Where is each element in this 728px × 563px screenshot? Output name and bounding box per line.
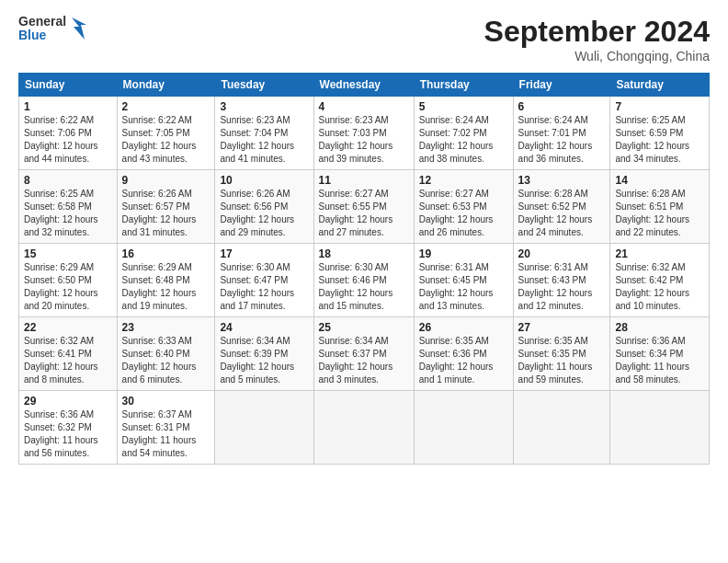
day-info: Sunrise: 6:25 AM Sunset: 6:58 PM Dayligh… bbox=[24, 188, 112, 239]
calendar-cell: 19 Sunrise: 6:31 AM Sunset: 6:45 PM Dayl… bbox=[414, 244, 513, 317]
day-number: 11 bbox=[319, 174, 409, 187]
day-info: Sunrise: 6:29 AM Sunset: 6:50 PM Dayligh… bbox=[24, 261, 112, 313]
calendar-cell bbox=[215, 391, 313, 465]
day-number: 15 bbox=[24, 247, 112, 260]
day-number: 23 bbox=[122, 321, 210, 334]
day-info: Sunrise: 6:23 AM Sunset: 7:04 PM Dayligh… bbox=[220, 114, 308, 166]
col-monday: Monday bbox=[117, 74, 215, 97]
calendar-cell: 14 Sunrise: 6:28 AM Sunset: 6:51 PM Dayl… bbox=[610, 170, 710, 244]
day-info: Sunrise: 6:23 AM Sunset: 7:03 PM Dayligh… bbox=[319, 114, 409, 166]
day-info: Sunrise: 6:32 AM Sunset: 6:42 PM Dayligh… bbox=[615, 261, 704, 313]
calendar-cell: 3 Sunrise: 6:23 AM Sunset: 7:04 PM Dayli… bbox=[215, 97, 313, 170]
day-number: 27 bbox=[518, 321, 606, 334]
calendar-cell: 26 Sunrise: 6:35 AM Sunset: 6:36 PM Dayl… bbox=[414, 317, 513, 391]
day-info: Sunrise: 6:31 AM Sunset: 6:45 PM Dayligh… bbox=[419, 261, 508, 313]
day-info: Sunrise: 6:26 AM Sunset: 6:57 PM Dayligh… bbox=[122, 188, 210, 239]
calendar-cell: 30 Sunrise: 6:37 AM Sunset: 6:31 PM Dayl… bbox=[117, 391, 215, 465]
day-info: Sunrise: 6:34 AM Sunset: 6:37 PM Dayligh… bbox=[319, 335, 409, 386]
day-info: Sunrise: 6:35 AM Sunset: 6:36 PM Dayligh… bbox=[419, 335, 508, 386]
day-number: 24 bbox=[220, 321, 308, 334]
day-info: Sunrise: 6:37 AM Sunset: 6:31 PM Dayligh… bbox=[122, 408, 210, 460]
calendar-cell: 22 Sunrise: 6:32 AM Sunset: 6:41 PM Dayl… bbox=[19, 317, 118, 391]
day-number: 29 bbox=[24, 395, 112, 408]
day-info: Sunrise: 6:29 AM Sunset: 6:48 PM Dayligh… bbox=[122, 261, 210, 313]
calendar-cell: 23 Sunrise: 6:33 AM Sunset: 6:40 PM Dayl… bbox=[117, 317, 215, 391]
calendar-cell: 24 Sunrise: 6:34 AM Sunset: 6:39 PM Dayl… bbox=[215, 317, 313, 391]
day-info: Sunrise: 6:28 AM Sunset: 6:52 PM Dayligh… bbox=[518, 188, 606, 239]
day-info: Sunrise: 6:22 AM Sunset: 7:05 PM Dayligh… bbox=[122, 114, 210, 166]
day-number: 16 bbox=[122, 247, 210, 260]
calendar-cell: 10 Sunrise: 6:26 AM Sunset: 6:56 PM Dayl… bbox=[215, 170, 313, 244]
day-info: Sunrise: 6:30 AM Sunset: 6:47 PM Dayligh… bbox=[220, 261, 308, 313]
calendar-cell: 13 Sunrise: 6:28 AM Sunset: 6:52 PM Dayl… bbox=[513, 170, 610, 244]
calendar-cell: 27 Sunrise: 6:35 AM Sunset: 6:35 PM Dayl… bbox=[513, 317, 610, 391]
calendar-cell: 8 Sunrise: 6:25 AM Sunset: 6:58 PM Dayli… bbox=[19, 170, 118, 244]
calendar-cell: 25 Sunrise: 6:34 AM Sunset: 6:37 PM Dayl… bbox=[313, 317, 414, 391]
day-number: 21 bbox=[615, 247, 704, 260]
day-number: 14 bbox=[615, 174, 704, 187]
calendar-cell: 16 Sunrise: 6:29 AM Sunset: 6:48 PM Dayl… bbox=[117, 244, 215, 317]
day-info: Sunrise: 6:36 AM Sunset: 6:32 PM Dayligh… bbox=[24, 408, 112, 460]
day-info: Sunrise: 6:36 AM Sunset: 6:34 PM Dayligh… bbox=[615, 335, 704, 386]
calendar-week-row: 22 Sunrise: 6:32 AM Sunset: 6:41 PM Dayl… bbox=[19, 317, 710, 391]
calendar-cell: 20 Sunrise: 6:31 AM Sunset: 6:43 PM Dayl… bbox=[513, 244, 610, 317]
day-number: 12 bbox=[419, 174, 508, 187]
calendar-cell: 12 Sunrise: 6:27 AM Sunset: 6:53 PM Dayl… bbox=[414, 170, 513, 244]
location: Wuli, Chongqing, China bbox=[484, 49, 710, 63]
calendar-cell: 7 Sunrise: 6:25 AM Sunset: 6:59 PM Dayli… bbox=[610, 97, 710, 170]
day-number: 4 bbox=[319, 100, 409, 113]
day-number: 7 bbox=[615, 100, 704, 113]
calendar-cell: 29 Sunrise: 6:36 AM Sunset: 6:32 PM Dayl… bbox=[19, 391, 118, 465]
day-info: Sunrise: 6:32 AM Sunset: 6:41 PM Dayligh… bbox=[24, 335, 112, 386]
col-tuesday: Tuesday bbox=[215, 74, 313, 97]
header: General Blue September 2024 Wuli, Chongq… bbox=[18, 15, 710, 63]
month-title: September 2024 bbox=[484, 15, 710, 49]
col-wednesday: Wednesday bbox=[313, 74, 414, 97]
logo: General Blue bbox=[18, 15, 88, 43]
day-number: 10 bbox=[220, 174, 308, 187]
calendar-cell: 1 Sunrise: 6:22 AM Sunset: 7:06 PM Dayli… bbox=[19, 97, 118, 170]
calendar-cell: 17 Sunrise: 6:30 AM Sunset: 6:47 PM Dayl… bbox=[215, 244, 313, 317]
col-friday: Friday bbox=[513, 74, 610, 97]
day-info: Sunrise: 6:27 AM Sunset: 6:55 PM Dayligh… bbox=[319, 188, 409, 239]
calendar-cell: 28 Sunrise: 6:36 AM Sunset: 6:34 PM Dayl… bbox=[610, 317, 710, 391]
calendar-cell: 6 Sunrise: 6:24 AM Sunset: 7:01 PM Dayli… bbox=[513, 97, 610, 170]
calendar-week-row: 15 Sunrise: 6:29 AM Sunset: 6:50 PM Dayl… bbox=[19, 244, 710, 317]
day-info: Sunrise: 6:22 AM Sunset: 7:06 PM Dayligh… bbox=[24, 114, 112, 166]
day-number: 30 bbox=[122, 395, 210, 408]
day-number: 5 bbox=[419, 100, 508, 113]
day-number: 1 bbox=[24, 100, 112, 113]
day-info: Sunrise: 6:24 AM Sunset: 7:01 PM Dayligh… bbox=[518, 114, 606, 166]
day-number: 9 bbox=[122, 174, 210, 187]
day-info: Sunrise: 6:27 AM Sunset: 6:53 PM Dayligh… bbox=[419, 188, 508, 239]
col-thursday: Thursday bbox=[414, 74, 513, 97]
day-info: Sunrise: 6:34 AM Sunset: 6:39 PM Dayligh… bbox=[220, 335, 308, 386]
col-sunday: Sunday bbox=[19, 74, 118, 97]
day-number: 13 bbox=[518, 174, 606, 187]
calendar-cell: 15 Sunrise: 6:29 AM Sunset: 6:50 PM Dayl… bbox=[19, 244, 118, 317]
calendar-week-row: 1 Sunrise: 6:22 AM Sunset: 7:06 PM Dayli… bbox=[19, 97, 710, 170]
day-number: 8 bbox=[24, 174, 112, 187]
calendar-cell: 21 Sunrise: 6:32 AM Sunset: 6:42 PM Dayl… bbox=[610, 244, 710, 317]
calendar-cell bbox=[313, 391, 414, 465]
day-info: Sunrise: 6:31 AM Sunset: 6:43 PM Dayligh… bbox=[518, 261, 606, 313]
day-number: 6 bbox=[518, 100, 606, 113]
calendar-cell bbox=[513, 391, 610, 465]
day-info: Sunrise: 6:35 AM Sunset: 6:35 PM Dayligh… bbox=[518, 335, 606, 386]
day-number: 20 bbox=[518, 247, 606, 260]
col-saturday: Saturday bbox=[610, 74, 710, 97]
day-number: 28 bbox=[615, 321, 704, 334]
calendar-cell: 5 Sunrise: 6:24 AM Sunset: 7:02 PM Dayli… bbox=[414, 97, 513, 170]
day-number: 17 bbox=[220, 247, 308, 260]
day-info: Sunrise: 6:33 AM Sunset: 6:40 PM Dayligh… bbox=[122, 335, 210, 386]
calendar-cell: 2 Sunrise: 6:22 AM Sunset: 7:05 PM Dayli… bbox=[117, 97, 215, 170]
calendar-cell: 11 Sunrise: 6:27 AM Sunset: 6:55 PM Dayl… bbox=[313, 170, 414, 244]
calendar-table: Sunday Monday Tuesday Wednesday Thursday… bbox=[18, 73, 710, 465]
page: General Blue September 2024 Wuli, Chongq… bbox=[0, 0, 728, 563]
logo-triangle-icon bbox=[68, 16, 88, 41]
title-block: September 2024 Wuli, Chongqing, China bbox=[484, 15, 710, 63]
day-info: Sunrise: 6:26 AM Sunset: 6:56 PM Dayligh… bbox=[220, 188, 308, 239]
calendar-cell bbox=[414, 391, 513, 465]
day-info: Sunrise: 6:30 AM Sunset: 6:46 PM Dayligh… bbox=[319, 261, 409, 313]
calendar-cell bbox=[610, 391, 710, 465]
